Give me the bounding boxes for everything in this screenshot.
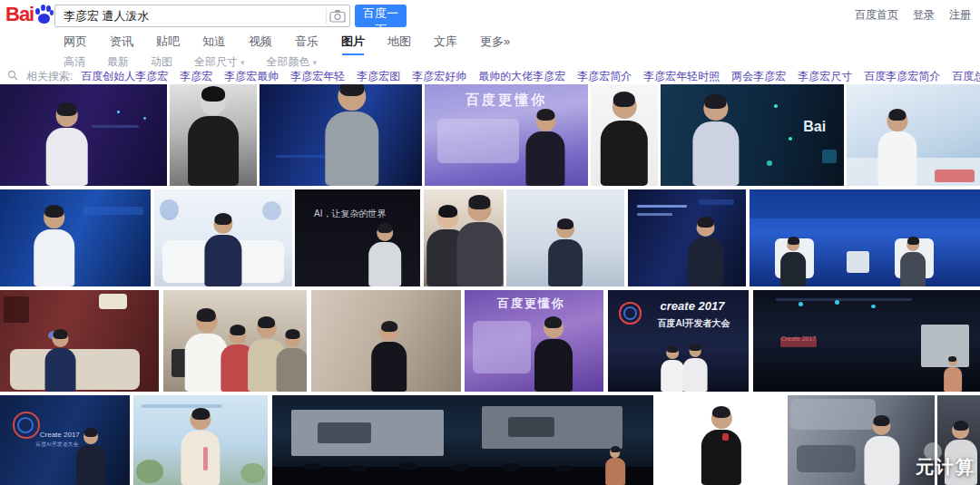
photo-detail: [83, 207, 142, 215]
person-figure: [944, 357, 962, 392]
person-figure: [204, 215, 241, 286]
image-result-conference-dark[interactable]: [628, 189, 746, 286]
photo-detail: [143, 117, 146, 120]
photo-text: 百度更懂你: [497, 297, 565, 310]
photo-text: Bai: [803, 119, 826, 135]
photo-detail: [203, 447, 208, 470]
photo-detail: [142, 404, 222, 408]
photo-detail: [699, 199, 734, 205]
photo-detail: [722, 433, 729, 441]
baidu-image-search-page: Bai 图片 百度一下 百度首页登录注册 网页资讯贴吧知道视频音乐图片地图文库更…: [0, 0, 980, 485]
photo-detail: [847, 251, 869, 273]
image-result-ai-slide[interactable]: AI，让复杂的世界: [295, 189, 420, 286]
image-result-stage-light-fullbody[interactable]: [506, 189, 624, 286]
person-figure: [548, 220, 583, 286]
photo-detail: [17, 417, 34, 433]
image-result-group-computer[interactable]: [163, 290, 307, 392]
photo-detail: [623, 306, 637, 320]
person-figure: [325, 84, 378, 186]
person-figure: [456, 198, 503, 286]
person-figure: [864, 417, 899, 485]
person-figure: [683, 344, 708, 392]
person-figure: [900, 238, 926, 287]
photo-detail: [92, 125, 139, 128]
image-result-portrait-dark-blue[interactable]: [260, 84, 422, 186]
person-figure: [34, 207, 75, 286]
image-result-stage-blue-mic[interactable]: [0, 189, 151, 286]
photo-detail: [99, 294, 128, 309]
photo-detail: [637, 205, 687, 208]
person-figure: [76, 430, 105, 485]
photo-detail: [240, 463, 265, 483]
image-result-outdoor-interview[interactable]: [133, 395, 268, 485]
person-figure: [877, 111, 916, 186]
person-figure: [780, 238, 806, 287]
grid-row-1: AI，让复杂的世界: [0, 189, 980, 286]
person-figure: [181, 410, 220, 485]
photo-detail: [774, 104, 778, 107]
photo-detail: [508, 417, 554, 437]
image-result-create-stage[interactable]: Create 2017百度AI开发者大会: [0, 395, 130, 485]
image-grid: 百度更懂你BaiAI，让复杂的世界百度更懂你create 2017百度AI开发者…: [0, 0, 980, 485]
person-figure: [601, 94, 648, 186]
photo-text: create 2017: [661, 300, 725, 313]
person-figure: [701, 408, 741, 485]
image-result-create-2017-slide[interactable]: create 2017百度AI开发者大会: [608, 290, 749, 392]
image-result-couple-photo[interactable]: [424, 189, 504, 286]
image-result-bw-portrait[interactable]: [170, 84, 257, 186]
image-result-circuit-baidu-stage[interactable]: Bai: [661, 84, 844, 186]
photo-detail: [160, 199, 179, 221]
image-result-stage-wide-dark[interactable]: Create 2017: [753, 290, 980, 392]
photo-detail: [398, 462, 417, 470]
photo-detail: [637, 213, 672, 216]
photo-detail: [750, 189, 980, 218]
photo-detail: [767, 160, 772, 166]
person-figure: [44, 331, 76, 392]
image-result-baidu-slide-1[interactable]: 百度更懂你: [425, 84, 588, 186]
photo-detail: [4, 296, 29, 323]
photo-detail: [835, 300, 839, 304]
grid-row-0: 百度更懂你Bai: [0, 84, 980, 186]
person-figure: [534, 318, 573, 392]
photo-detail: [789, 137, 792, 140]
photo-detail: [797, 445, 856, 472]
photo-detail: [871, 305, 876, 308]
photo-text: Create 2017: [40, 432, 80, 440]
image-result-stage-purple-spotlight[interactable]: [0, 84, 167, 186]
photo-detail: [303, 463, 322, 470]
person-figure: [371, 323, 407, 392]
photo-detail: [776, 298, 912, 301]
photo-detail: [473, 321, 531, 373]
photo-text: 百度更懂你: [466, 92, 547, 108]
photo-detail: [935, 170, 975, 181]
person-figure: [277, 331, 307, 392]
image-result-panel-two-guests[interactable]: [750, 189, 980, 286]
photo-detail: [822, 150, 837, 164]
photo-detail: [799, 302, 803, 306]
person-figure: [605, 447, 625, 485]
photo-text: 百度AI开发者大会: [35, 441, 79, 448]
image-result-couch-event[interactable]: [154, 189, 292, 286]
photo-text: 百度AI开发者大会: [658, 318, 730, 328]
image-result-suit-badge-white[interactable]: [658, 395, 785, 485]
person-figure: [661, 347, 684, 392]
person-figure: [692, 96, 739, 186]
photo-text: AI，让复杂的世界: [314, 209, 386, 218]
image-result-seated-portrait-light[interactable]: [847, 84, 980, 186]
photo-detail: [136, 460, 163, 483]
image-result-suit-full-white[interactable]: [591, 84, 658, 186]
image-result-stage-car-screens[interactable]: [272, 395, 653, 485]
photo-detail: [437, 119, 519, 163]
person-figure: [45, 104, 88, 186]
photo-detail: [262, 201, 281, 220]
person-figure: [688, 218, 723, 286]
image-result-baidu-slide-2[interactable]: 百度更懂你: [465, 290, 603, 392]
photo-text: Create 2017: [781, 335, 817, 343]
image-result-stage-beige[interactable]: [311, 290, 461, 392]
watermark: 元计算: [916, 455, 975, 480]
image-result-car-phone[interactable]: [788, 395, 935, 485]
person-figure: [526, 111, 565, 186]
image-result-tv-interview-set[interactable]: [0, 290, 159, 392]
grid-row-2: 百度更懂你create 2017百度AI开发者大会Create 2017: [0, 290, 980, 392]
photo-detail: [554, 465, 573, 472]
